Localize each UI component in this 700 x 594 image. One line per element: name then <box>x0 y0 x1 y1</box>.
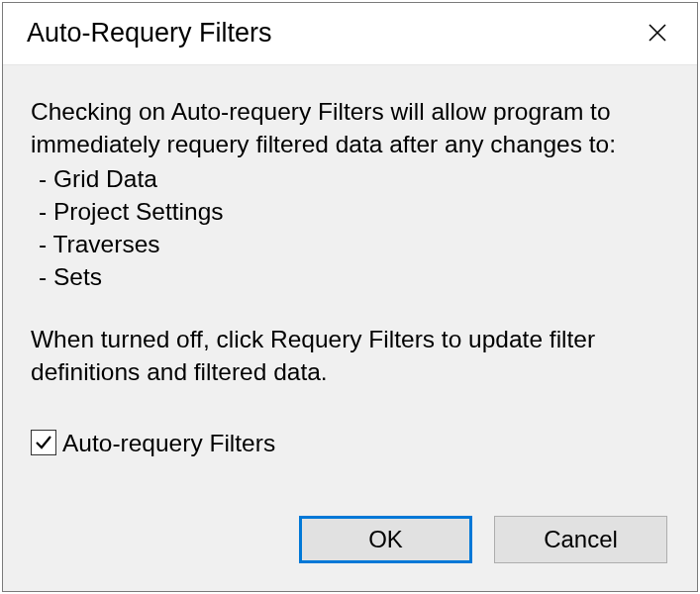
bullet-list: Grid Data Project Settings Traverses Set… <box>31 162 669 293</box>
intro-text: Checking on Auto-requery Filters will al… <box>31 95 669 160</box>
close-icon <box>648 23 667 43</box>
button-row: OK Cancel <box>3 516 697 591</box>
checkmark-icon <box>34 433 53 452</box>
titlebar: Auto-Requery Filters <box>3 3 697 65</box>
ok-button[interactable]: OK <box>299 516 472 563</box>
cancel-button[interactable]: Cancel <box>494 516 667 563</box>
checkbox-label: Auto-requery Filters <box>62 427 275 459</box>
auto-requery-dialog: Auto-Requery Filters Checking on Auto-re… <box>2 2 698 592</box>
dialog-content: Checking on Auto-requery Filters will al… <box>3 65 697 480</box>
list-item: Sets <box>39 260 669 293</box>
auto-requery-checkbox[interactable] <box>31 430 56 455</box>
dialog-title: Auto-Requery Filters <box>27 18 272 49</box>
list-item: Traverses <box>39 228 669 260</box>
list-item: Grid Data <box>39 162 669 195</box>
off-note-text: When turned off, click Requery Filters t… <box>31 323 669 388</box>
checkbox-row: Auto-requery Filters <box>31 427 669 459</box>
close-button[interactable] <box>638 15 677 50</box>
list-item: Project Settings <box>39 195 669 228</box>
